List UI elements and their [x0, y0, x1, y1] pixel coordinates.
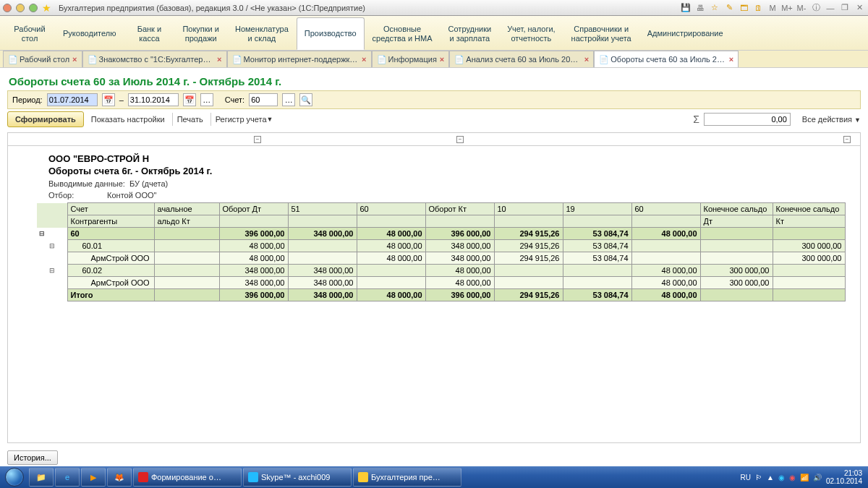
calendar-icon[interactable]: 🗓	[752, 2, 764, 14]
pinned-wmp[interactable]: ▶	[81, 468, 106, 487]
star-icon[interactable]: ★	[42, 2, 51, 14]
tree-toggle[interactable]: ⊟	[47, 240, 57, 252]
period-from-input[interactable]	[47, 93, 98, 106]
col-header: Конечное сальдо	[773, 203, 845, 215]
pinned-ie[interactable]: e	[55, 468, 80, 487]
period-to-input[interactable]	[128, 93, 179, 106]
tray-lang[interactable]: RU	[741, 474, 751, 481]
tray-skype-icon[interactable]: ◉	[778, 474, 785, 481]
cell	[154, 228, 219, 240]
save-icon[interactable]: 💾	[680, 2, 692, 14]
cell: 53 084,74	[563, 289, 631, 301]
calc-icon[interactable]: 🗔	[738, 2, 749, 14]
menu-item[interactable]: Сотрудники и зарплата	[441, 17, 500, 50]
cell: 396 000,00	[425, 228, 494, 240]
mem-mplus[interactable]: M+	[781, 2, 793, 14]
document-tab[interactable]: 📄Анализ счета 60 за Июль 2014 г. - Октяб…	[449, 51, 594, 67]
menu-item[interactable]: Рабочий стол	[4, 17, 55, 50]
document-tab[interactable]: 📄Рабочий стол×	[3, 51, 82, 67]
document-tab[interactable]: 📄Знакомство с "1С:Бухгалтерией 8" ред. 3…	[82, 51, 227, 67]
cell: 53 084,74	[563, 240, 631, 252]
menu-item[interactable]: Основные средства и НМА	[365, 17, 441, 50]
close-icon[interactable]: ✕	[854, 2, 865, 14]
account-search-icon[interactable]: 🔍	[299, 93, 312, 106]
collapse-toggle[interactable]: −	[456, 136, 464, 143]
tab-close-icon[interactable]: ×	[72, 55, 77, 64]
cell: 60.02	[67, 265, 154, 277]
tray-flag-icon[interactable]: 🏳	[755, 474, 762, 481]
cell	[631, 252, 700, 265]
history-button[interactable]: История...	[7, 450, 58, 465]
tab-close-icon[interactable]: ×	[584, 55, 589, 64]
sum-input[interactable]	[704, 113, 791, 126]
traffic-max-icon[interactable]	[29, 4, 38, 12]
taskbar-app-1c[interactable]: Бухгалтерия пре…	[353, 468, 461, 487]
menu-item[interactable]: Руководителю	[55, 17, 124, 50]
link-icon[interactable]: ☆	[709, 2, 720, 14]
traffic-close-icon[interactable]	[3, 4, 12, 12]
help-icon[interactable]: ⓘ	[810, 2, 822, 14]
register-link[interactable]: Регистр учета ▼	[210, 113, 278, 126]
tab-close-icon[interactable]: ×	[362, 55, 366, 64]
period-select-button[interactable]: …	[200, 93, 213, 106]
menu-item[interactable]: Покупки и продажи	[174, 17, 227, 50]
col-header	[357, 215, 425, 228]
start-button[interactable]	[1, 467, 27, 487]
cell	[154, 277, 219, 289]
print-icon[interactable]: 🖶	[694, 2, 706, 14]
menu-item[interactable]: Администрирование	[639, 17, 731, 50]
tab-close-icon[interactable]: ×	[217, 55, 221, 64]
tree-toggle[interactable]: ⊟	[37, 228, 47, 240]
min-icon[interactable]: —	[825, 2, 836, 14]
calendar-from-icon[interactable]: 📅	[102, 93, 115, 106]
cell: 53 084,74	[563, 228, 631, 240]
cell: 348 000,00	[219, 277, 288, 289]
document-tabs: 📄Рабочий стол×📄Знакомство с "1С:Бухгалте…	[0, 51, 868, 68]
form-button[interactable]: Сформировать	[7, 111, 84, 127]
tray-opera-icon[interactable]: ◉	[789, 474, 796, 481]
col-header	[219, 215, 288, 228]
account-input[interactable]	[249, 93, 278, 106]
show-settings-link[interactable]: Показать настройки	[87, 113, 169, 126]
cell	[631, 240, 700, 252]
account-label: Счет:	[225, 95, 244, 104]
clip-icon[interactable]: ✎	[723, 2, 735, 14]
cell: 48 000,00	[357, 289, 425, 301]
menu-item[interactable]: Банк и касса	[124, 17, 174, 50]
tray-clock[interactable]: 21:03 02.10.2014	[826, 469, 862, 485]
collapse-toggle[interactable]: −	[254, 136, 261, 143]
tray-net-icon[interactable]: 📶	[800, 474, 809, 481]
tab-icon: 📄	[599, 55, 608, 64]
tab-close-icon[interactable]: ×	[440, 55, 444, 64]
account-select-button[interactable]: …	[282, 93, 295, 106]
collapse-toggle[interactable]: −	[843, 136, 851, 143]
windows-orb-icon	[5, 468, 24, 487]
print-link[interactable]: Печать	[172, 113, 208, 126]
mem-mminus[interactable]: M-	[796, 2, 807, 14]
document-tab[interactable]: 📄Монитор интернет-поддержки пользоват…×	[227, 51, 372, 67]
tab-close-icon[interactable]: ×	[729, 55, 733, 64]
cell	[154, 240, 219, 252]
max-icon[interactable]: ❐	[839, 2, 851, 14]
menu-item[interactable]: Производство	[297, 17, 365, 50]
calendar-to-icon[interactable]: 📅	[183, 93, 196, 106]
pinned-firefox[interactable]: 🦊	[107, 468, 132, 487]
taskbar-app-skype[interactable]: Skype™ - axchi009	[243, 468, 352, 487]
menu-item[interactable]: Номенклатура и склад	[227, 17, 297, 50]
mem-m[interactable]: M	[767, 2, 778, 14]
traffic-min-icon[interactable]	[16, 4, 25, 12]
tree-toggle[interactable]: ⊟	[47, 265, 57, 277]
taskbar-app-opera[interactable]: Формирование о…	[133, 468, 242, 487]
menu-item[interactable]: Справочники и настройки учета	[563, 17, 639, 50]
tab-icon: 📄	[232, 55, 241, 64]
document-tab[interactable]: 📄Информация×	[372, 51, 450, 67]
document-tab[interactable]: 📄Обороты счета 60 за Июль 2014 г. - Окт……	[594, 51, 739, 67]
cell: 348 000,00	[288, 265, 357, 277]
tray-chev-up-icon[interactable]: ▲	[767, 474, 774, 481]
menu-item[interactable]: Учет, налоги, отчетность	[499, 17, 563, 50]
pinned-explorer[interactable]: 📁	[29, 468, 54, 487]
tray-vol-icon[interactable]: 🔊	[813, 474, 822, 481]
tab-icon: 📄	[88, 55, 96, 64]
cell: 348 000,00	[219, 265, 288, 277]
all-actions-link[interactable]: Все действия ▼	[802, 115, 861, 124]
